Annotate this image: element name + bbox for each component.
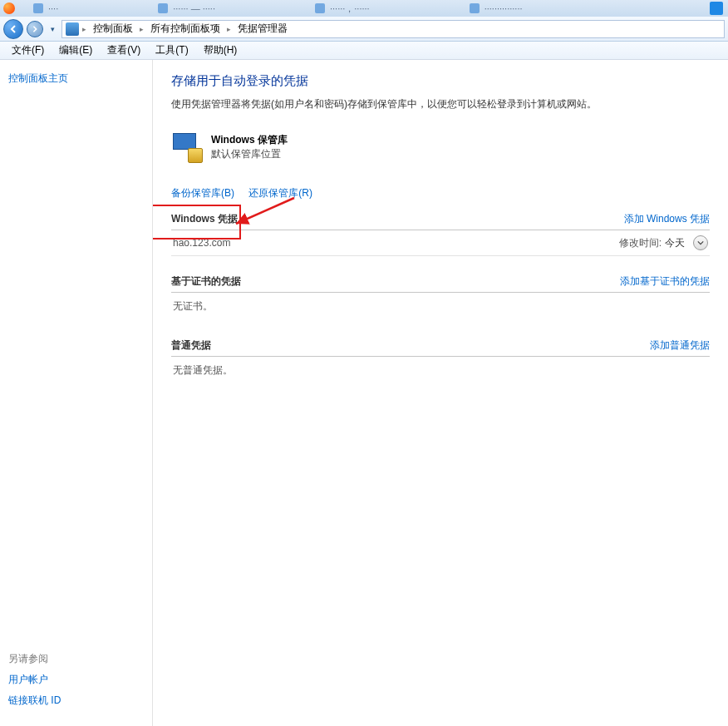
arrow-right-icon [32,26,38,32]
breadcrumb[interactable]: ▸ 控制面板 ▸ 所有控制面板项 ▸ 凭据管理器 [61,20,725,38]
tab-label: ···· [48,3,58,13]
chevron-right-icon: ▸ [227,25,231,33]
credential-date-label: 修改时间: [619,236,662,250]
nav-bar: ▾ ▸ 控制面板 ▸ 所有控制面板项 ▸ 凭据管理器 [0,17,728,42]
chevron-right-icon: ▸ [140,25,144,33]
favicon-icon [470,3,480,13]
chevron-right-icon: ▸ [82,25,86,33]
menu-bar: 文件(F) 编辑(E) 查看(V) 工具(T) 帮助(H) [0,42,728,60]
link-online-id-link[interactable]: 链接联机 ID [8,694,144,708]
section-title-cert: 基于证书的凭据 [171,274,620,289]
menu-help[interactable]: 帮助(H) [197,42,244,59]
generic-credentials-section: 普通凭据 添加普通凭据 无普通凭据。 [171,338,710,384]
add-windows-credential-link[interactable]: 添加 Windows 凭据 [624,212,710,226]
tab-label: ······，······ [330,2,370,15]
history-dropdown-button[interactable]: ▾ [47,25,58,33]
breadcrumb-item-credential-manager[interactable]: 凭据管理器 [234,22,291,36]
content-pane: 存储用于自动登录的凭据 使用凭据管理器将凭据(如用户名和密码)存储到保管库中，以… [153,60,728,726]
credential-row[interactable]: hao.123.com 修改时间: 今天 [171,230,710,256]
section-title-windows: Windows 凭据 [171,212,624,226]
arrow-left-icon [9,25,17,33]
control-panel-home-link[interactable]: 控制面板主页 [8,72,144,86]
restore-vault-link[interactable]: 还原保管库(R) [248,187,312,199]
window-control-icon[interactable] [710,2,723,15]
vault-subtitle: 默认保管库位置 [211,147,288,161]
control-panel-icon [66,22,79,36]
vault-summary: Windows 保管库 默认保管库位置 [171,126,710,168]
vault-icon [171,131,203,163]
app-icon [3,2,15,14]
chevron-down-icon [697,240,704,246]
generic-empty-message: 无普通凭据。 [171,357,710,384]
menu-edit[interactable]: 编辑(E) [52,42,99,59]
menu-view[interactable]: 查看(V) [101,42,147,59]
page-title: 存储用于自动登录的凭据 [171,73,710,89]
tab-item[interactable]: ······ — ····· [158,3,215,13]
windows-credentials-section: Windows 凭据 添加 Windows 凭据 hao.123.com 修改时… [171,212,710,256]
tab-item[interactable]: ···· [33,3,58,13]
user-accounts-link[interactable]: 用户帐户 [8,673,144,687]
menu-file[interactable]: 文件(F) [5,42,51,59]
backup-vault-link[interactable]: 备份保管库(B) [171,187,234,199]
add-generic-credential-link[interactable]: 添加普通凭据 [650,338,710,353]
tab-item[interactable]: ··············· [470,3,523,13]
credential-name: hao.123.com [173,237,619,249]
credential-date: 今天 [665,236,685,250]
favicon-icon [158,3,168,13]
cert-empty-message: 无证书。 [171,293,710,320]
back-button[interactable] [3,19,23,39]
tab-label: ······ — ····· [173,3,215,13]
menu-tools[interactable]: 工具(T) [149,42,194,59]
see-also-section: 另请参阅 用户帐户 链接联机 ID [8,645,144,714]
see-also-heading: 另请参阅 [8,652,144,666]
section-title-generic: 普通凭据 [171,338,650,353]
browser-tabstrip: ···· ······ — ····· ······，······ ······… [0,0,728,17]
page-description: 使用凭据管理器将凭据(如用户名和密码)存储到保管库中，以便您可以轻松登录到计算机… [171,97,710,111]
add-cert-credential-link[interactable]: 添加基于证书的凭据 [620,274,710,289]
forward-button[interactable] [27,21,43,37]
certificate-credentials-section: 基于证书的凭据 添加基于证书的凭据 无证书。 [171,274,710,320]
main-area: 控制面板主页 另请参阅 用户帐户 链接联机 ID 存储用于自动登录的凭据 使用凭… [0,60,728,726]
favicon-icon [33,3,43,13]
breadcrumb-item-control-panel[interactable]: 控制面板 [90,22,136,36]
vault-actions: 备份保管库(B) 还原保管库(R) [171,186,710,200]
expand-button[interactable] [693,235,708,250]
tab-label: ··············· [485,3,523,13]
favicon-icon [315,3,325,13]
breadcrumb-item-all-items[interactable]: 所有控制面板项 [147,22,224,36]
sidebar: 控制面板主页 另请参阅 用户帐户 链接联机 ID [0,60,153,726]
vault-title: Windows 保管库 [211,133,288,147]
tab-item[interactable]: ······，······ [315,2,370,15]
